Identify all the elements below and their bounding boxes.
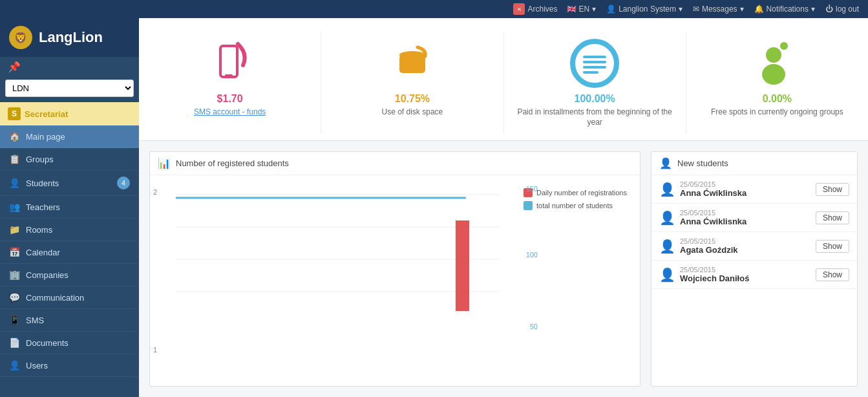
student-date-3: 25/05/2015	[680, 266, 810, 274]
logout-icon: ⏻	[825, 5, 833, 14]
y-right-50: 50	[530, 323, 538, 330]
bell-icon: 🔔	[754, 5, 764, 14]
main-layout: 🦁 LangLion 📌 LDN S Secretariat 🏠 Main pa…	[0, 18, 868, 397]
chart-svg	[176, 182, 517, 311]
students-badge: 4	[117, 177, 130, 189]
sidebar-item-sms[interactable]: 📱 SMS	[0, 309, 139, 332]
svg-point-5	[399, 51, 425, 59]
logout-button[interactable]: ⏻ log out	[821, 3, 863, 15]
sidebar-item-main-page[interactable]: 🏠 Main page	[0, 125, 139, 148]
chevron-down-icon: ▾	[679, 5, 683, 14]
student-name-1: Anna Ćwiklisnka	[680, 217, 810, 226]
circle-label: Paid in installments from the beginning …	[517, 107, 673, 127]
communication-icon: 💬	[9, 292, 19, 303]
sidebar-item-communication[interactable]: 💬 Communication	[0, 286, 139, 309]
user-menu[interactable]: 👤 Langlion System ▾	[602, 3, 686, 15]
chart-svg-area: 2 1 150 100 50	[176, 182, 517, 380]
chart-panel: 📊 Number of registered students 2 1 150 …	[149, 151, 640, 387]
chevron-down-icon: ▾	[811, 5, 815, 14]
sidebar-item-students[interactable]: 👤 Students 4	[0, 171, 139, 196]
flag-icon: 🇬🇧	[567, 5, 577, 14]
sidebar-section-secretariat: S Secretariat	[0, 102, 139, 125]
student-info-2: 25/05/2015 Agata Goździk	[680, 237, 810, 255]
sidebar-item-teachers[interactable]: 👥 Teachers	[0, 196, 139, 219]
students-icon: 👤	[9, 178, 19, 188]
svg-rect-8	[583, 61, 606, 63]
student-entry-0: 👤 25/05/2015 Anna Ćwiklinska Show	[651, 175, 857, 204]
section-label: Secretariat	[25, 109, 68, 119]
logo-icon: 🦁	[8, 25, 34, 50]
show-button-3[interactable]: Show	[816, 268, 849, 281]
show-button-2[interactable]: Show	[816, 240, 849, 253]
svg-point-13	[762, 64, 785, 85]
student-entry-2: 👤 25/05/2015 Agata Goździk Show	[651, 232, 857, 261]
stat-disk: 10.75% Use of disk space	[321, 31, 503, 134]
sidebar: 🦁 LangLion 📌 LDN S Secretariat 🏠 Main pa…	[0, 18, 139, 397]
sidebar-pin[interactable]: 📌	[0, 57, 139, 77]
circle-stat-icon	[569, 38, 620, 89]
spots-value: 0.00%	[763, 93, 792, 105]
svg-rect-7	[583, 56, 606, 58]
close-icon: ×	[517, 5, 521, 13]
chart-legend: Daily number of registrations total numb…	[517, 182, 633, 380]
stat-spots: 0.00% Free spots in currently ongoing gr…	[686, 31, 868, 134]
student-entry-1: 👤 25/05/2015 Anna Ćwiklisnka Show	[651, 204, 857, 232]
sidebar-item-documents[interactable]: 📄 Documents	[0, 332, 139, 354]
student-entry-3: 👤 25/05/2015 Wojciech Daniłoś Show	[651, 261, 857, 289]
svg-rect-2	[220, 46, 237, 77]
language-selector[interactable]: 🇬🇧 EN ▾	[563, 3, 600, 15]
svg-point-11	[780, 42, 788, 50]
disk-value: 10.75%	[395, 93, 430, 105]
sms-icon: 📱	[9, 315, 19, 325]
student-info-3: 25/05/2015 Wojciech Daniłoś	[680, 266, 810, 283]
sms-label-link[interactable]: SMS account - funds	[194, 107, 266, 116]
sms-stat-icon	[211, 38, 249, 89]
sidebar-item-companies[interactable]: 🏢 Companies	[0, 264, 139, 286]
new-students-title: New students	[677, 158, 728, 168]
disk-label: Use of disk space	[382, 107, 443, 118]
stats-row: $1.70 SMS account - funds 10.75% Use of …	[139, 18, 868, 141]
spots-label: Free spots in currently ongoing groups	[711, 107, 843, 118]
calendar-icon: 📅	[9, 247, 19, 257]
close-button[interactable]: ×	[513, 3, 525, 15]
svg-point-12	[766, 47, 781, 63]
show-button-1[interactable]: Show	[816, 211, 849, 224]
sidebar-item-rooms[interactable]: 📁 Rooms	[0, 219, 139, 241]
sidebar-logo: 🦁 LangLion	[0, 18, 139, 57]
show-button-0[interactable]: Show	[816, 183, 849, 196]
section-letter: S	[8, 107, 21, 120]
archives-link[interactable]: Archives	[527, 5, 557, 14]
chart-icon: 📊	[158, 157, 171, 169]
sidebar-item-users[interactable]: 👤 Users	[0, 354, 139, 377]
y-label-1: 1	[153, 346, 157, 354]
school-selector[interactable]: LDN	[5, 80, 134, 97]
student-date-0: 25/05/2015	[680, 180, 810, 188]
sidebar-item-groups[interactable]: 📋 Groups	[0, 148, 139, 171]
sms-value: $1.70	[217, 93, 243, 105]
chevron-down-icon: ▾	[740, 5, 744, 14]
documents-icon: 📄	[9, 338, 19, 348]
students-panel-icon: 👤	[659, 157, 672, 169]
legend-item-daily: Daily number of registrations	[524, 188, 627, 197]
student-avatar-2: 👤	[659, 239, 675, 254]
circle-value: 100.00%	[575, 93, 615, 105]
rooms-icon: 📁	[9, 224, 19, 235]
y-right-100: 100	[526, 251, 538, 259]
teachers-icon: 👥	[9, 202, 19, 212]
student-name-0: Anna Ćwiklinska	[680, 188, 810, 198]
legend-color-total	[524, 201, 533, 210]
envelope-icon: ✉	[693, 5, 699, 14]
messages-menu[interactable]: ✉ Messages ▾	[689, 3, 748, 15]
chart-body: 2 1 150 100 50	[150, 175, 640, 386]
svg-text:🦁: 🦁	[14, 32, 27, 44]
sidebar-item-calendar[interactable]: 📅 Calendar	[0, 241, 139, 264]
chart-title: Number of registered students	[176, 158, 289, 168]
home-icon: 🏠	[9, 131, 19, 142]
topbar: × Archives 🇬🇧 EN ▾ 👤 Langlion System ▾ ✉…	[0, 0, 868, 18]
chart-header: 📊 Number of registered students	[150, 152, 640, 175]
new-students-header: 👤 New students	[651, 152, 857, 175]
student-name-3: Wojciech Daniłoś	[680, 274, 810, 283]
logo-text: LangLion	[39, 29, 103, 46]
bottom-panels: 📊 Number of registered students 2 1 150 …	[139, 141, 868, 397]
notifications-menu[interactable]: 🔔 Notifications ▾	[750, 3, 819, 15]
